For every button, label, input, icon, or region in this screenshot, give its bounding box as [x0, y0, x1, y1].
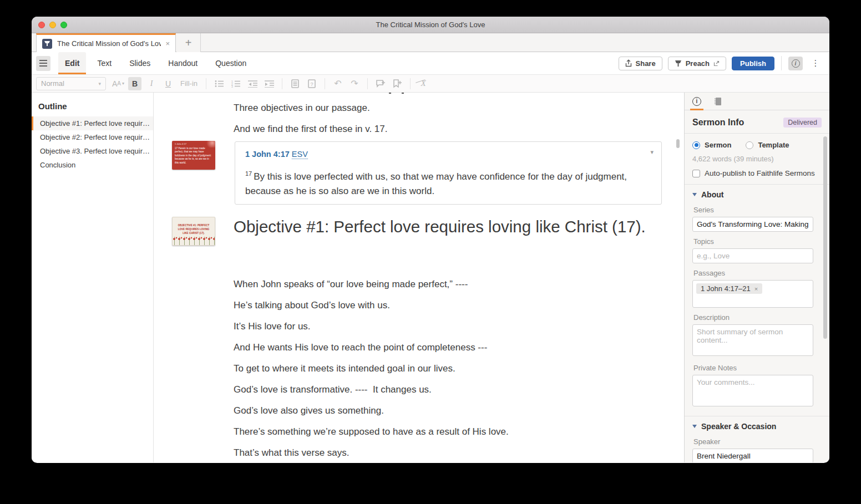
insert-question-button[interactable]: ?: [305, 77, 318, 90]
editor-paragraph[interactable]: To get to where it meets its intended go…: [234, 362, 672, 375]
outline-item-objective-1[interactable]: Objective #1: Perfect love requir…: [32, 116, 153, 130]
bold-button[interactable]: B: [128, 77, 141, 90]
insert-content-button[interactable]: [288, 77, 302, 90]
fill-in-button[interactable]: Fill-in: [178, 77, 200, 90]
divider: [367, 78, 368, 89]
more-options-button[interactable]: ⋮: [808, 57, 823, 70]
italic-button[interactable]: I: [145, 77, 158, 90]
paragraph-list: When John speaks of “our love being made…: [154, 278, 684, 462]
section-heading[interactable]: Objective #1: Perfect love requires lovi…: [234, 213, 666, 240]
share-button[interactable]: Share: [619, 57, 662, 70]
private-notes-textarea[interactable]: [692, 375, 813, 406]
outdent-button[interactable]: [246, 77, 259, 90]
close-window-button[interactable]: [38, 22, 45, 28]
verse-slide-thumbnail[interactable]: 1 John 4:17 17 Herein is our love made p…: [172, 141, 215, 170]
sermon-radio[interactable]: [692, 141, 700, 149]
tab-sermon-info[interactable]: i: [692, 93, 701, 110]
remove-passage-icon[interactable]: ×: [754, 286, 758, 292]
editor-paragraph[interactable]: Three objectives in our passage.: [234, 101, 672, 114]
passage-tag[interactable]: 1 John 4:17–21 ×: [696, 283, 762, 294]
outline-item-objective-3[interactable]: Objective #3. Perfect love requir…: [32, 144, 153, 158]
panel-scrollbar-thumb[interactable]: [823, 136, 827, 339]
editor-scrollbar-thumb[interactable]: [676, 139, 680, 148]
editor-paragraph[interactable]: God’s love is transformative. ---- It ch…: [234, 383, 672, 396]
document-tab[interactable]: The Critical Mission of God's Love ×: [36, 33, 176, 52]
add-bookmark-button[interactable]: [391, 77, 404, 90]
menu-text[interactable]: Text: [90, 52, 118, 74]
menu-bar: Edit Text Slides Handout Question Share …: [32, 52, 829, 75]
auto-publish-row: Auto-publish to Faithlife Sermons: [692, 163, 822, 184]
collapse-chevron-icon[interactable]: ▾: [650, 149, 654, 156]
zoom-window-button[interactable]: [60, 22, 67, 28]
sermon-info-panel: i Sermon Info Delivered Sermon: [684, 93, 829, 462]
editor-paragraph[interactable]: When John speaks of “our love being made…: [234, 278, 672, 291]
menu-slides[interactable]: Slides: [123, 52, 157, 74]
app-window: The Critical Mission of God's Love The C…: [32, 17, 829, 463]
media-browser-icon: [713, 97, 722, 106]
editor-paragraph[interactable]: And we find the first of these in v. 17.: [234, 123, 672, 135]
new-tab-button[interactable]: +: [176, 33, 201, 52]
passages-input[interactable]: 1 John 4:17–21 ×: [692, 280, 813, 308]
collapse-triangle-icon: [692, 425, 697, 428]
description-textarea[interactable]: [692, 324, 813, 356]
speaker-input[interactable]: [692, 449, 813, 462]
editor-paragraph[interactable]: And He wants His love to reach the point…: [234, 341, 672, 354]
redo-button[interactable]: ↷: [348, 77, 361, 90]
format-toolbar: Normal▾ AA▾ B I U Fill-in 123: [32, 75, 829, 93]
outline-item-objective-2[interactable]: Objective #2: Perfect love requir…: [32, 130, 153, 144]
menu-edit[interactable]: Edit: [58, 52, 86, 74]
publish-button[interactable]: Publish: [732, 57, 774, 70]
private-notes-label: Private Notes: [692, 358, 822, 375]
numbered-list-button[interactable]: 123: [229, 77, 242, 90]
info-panel-toggle-button[interactable]: i: [788, 57, 803, 70]
tab-strip: The Critical Mission of God's Love × +: [32, 33, 829, 52]
topics-input[interactable]: [692, 248, 813, 263]
minimize-window-button[interactable]: [49, 22, 56, 28]
auto-publish-checkbox[interactable]: [692, 170, 700, 177]
collapse-triangle-icon: [692, 193, 697, 196]
indent-button[interactable]: [262, 77, 276, 90]
undo-button[interactable]: ↶: [331, 77, 345, 90]
bullet-list-button[interactable]: [212, 77, 226, 90]
series-input[interactable]: [692, 217, 813, 232]
outline-panel: Outline Objective #1: Perfect love requi…: [32, 93, 154, 462]
panel-tabs: i: [685, 93, 829, 110]
template-radio[interactable]: [746, 141, 753, 149]
panel-header: Sermon Info Delivered: [685, 110, 829, 133]
editor-paragraph[interactable]: God’s love also gives us something.: [234, 404, 672, 417]
slide-verse-text: 17 Herein is our love made perfect, that…: [175, 147, 212, 165]
heading-slide-thumbnail[interactable]: OBJECTIVE #1: PERFECT LOVE REQUIRES LOVI…: [172, 217, 215, 246]
tab-media[interactable]: [713, 93, 722, 110]
paragraph-style-dropdown[interactable]: Normal▾: [36, 77, 106, 90]
menu-handout[interactable]: Handout: [161, 52, 204, 74]
add-comment-button[interactable]: [374, 77, 387, 90]
font-size-button[interactable]: AA▾: [112, 77, 125, 90]
slide-verse-reference: 1 John 4:17: [175, 142, 212, 145]
underline-button[interactable]: U: [161, 77, 175, 90]
editor-paragraph[interactable]: There’s something we’re supposed to have…: [234, 425, 672, 438]
sermon-editor[interactable]: Three objectives in our passage. And we …: [154, 93, 684, 462]
editor-paragraph[interactable]: He’s talking about God’s love with us.: [234, 299, 672, 312]
clear-formatting-button[interactable]: X: [417, 77, 430, 90]
type-selector: Sermon Template: [692, 134, 822, 149]
preach-button[interactable]: Preach: [668, 57, 726, 70]
kebab-menu-icon: ⋮: [812, 62, 820, 65]
chevron-down-icon: ▾: [122, 81, 124, 86]
speaker-section-header[interactable]: Speaker & Occasion: [692, 416, 822, 432]
template-radio-label: Template: [758, 141, 789, 149]
tab-close-icon[interactable]: ×: [165, 39, 170, 48]
hamburger-menu-icon[interactable]: [36, 56, 50, 71]
action-buttons: Share Preach Publish i ⋮: [619, 56, 829, 70]
outline-item-conclusion[interactable]: Conclusion: [32, 158, 153, 172]
divider: [282, 78, 282, 89]
bible-version-link[interactable]: ESV: [292, 150, 308, 159]
info-icon: i: [792, 59, 800, 68]
about-section-header[interactable]: About: [692, 185, 822, 200]
menu-question[interactable]: Question: [209, 52, 253, 74]
passages-label: Passages: [692, 263, 822, 280]
slide-heading-text: OBJECTIVE #1: PERFECT LOVE REQUIRES LOVI…: [173, 217, 215, 236]
verse-card[interactable]: 1 John 4:17 ESV ▾ 17By this is love perf…: [235, 141, 662, 205]
floral-decoration: [173, 237, 215, 245]
editor-paragraph[interactable]: That’s what this verse says.: [234, 446, 672, 459]
editor-paragraph[interactable]: It’s His love for us.: [234, 320, 672, 333]
